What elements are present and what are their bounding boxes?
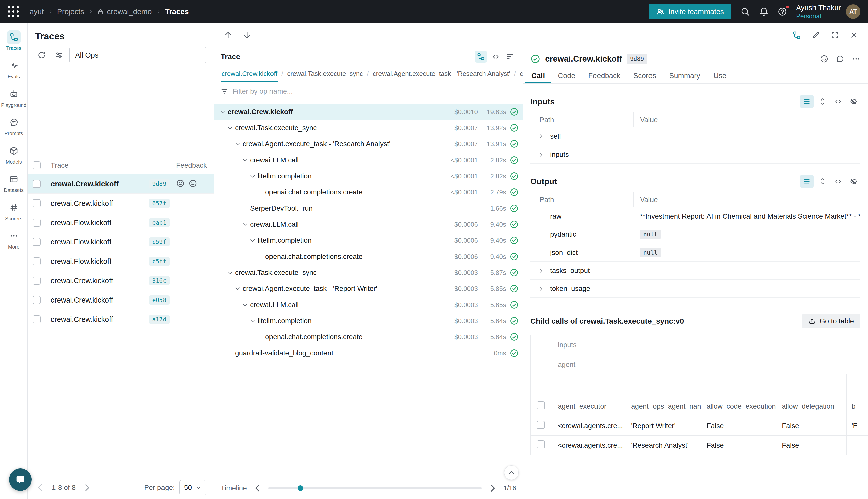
ops-filter-dropdown[interactable]: All Ops [69, 47, 206, 63]
add-reaction-button[interactable] [820, 54, 828, 63]
show-tree-panel-button[interactable] [790, 29, 803, 42]
table-row[interactable]: inputs [531, 145, 860, 163]
trace-path-tab[interactable]: crewai.Agent.execute_task - 'Research An… [372, 70, 511, 82]
next-call-button[interactable] [240, 29, 254, 42]
trace-path-tab[interactable]: crewai.Crew.kickoff [221, 70, 278, 82]
collapse-node-button[interactable] [218, 107, 227, 117]
collapse-node-button[interactable] [240, 219, 250, 229]
trace-tree-node[interactable]: crewai.Task.execute_sync$0.000713.92s [214, 120, 523, 136]
next-page-button[interactable] [82, 483, 92, 493]
trace-name[interactable]: crewai.Crew.kickoff [51, 296, 113, 304]
help-button[interactable] [778, 7, 787, 16]
expand-row-button[interactable] [535, 265, 546, 276]
collapse-node-button[interactable] [233, 284, 243, 294]
timeline-next-button[interactable] [487, 483, 498, 494]
trace-tree-node[interactable]: crewai.LLM.call$0.00035.85s [214, 297, 523, 313]
table-row[interactable]: self [531, 127, 860, 145]
row-checkbox[interactable] [33, 180, 41, 188]
trace-tree-node[interactable]: crewai.LLM.call$0.00069.40s [214, 216, 523, 232]
collapse-timeline-button[interactable] [504, 465, 519, 480]
timeline-slider[interactable] [269, 487, 482, 489]
trace-tree-node[interactable]: guardrail-validate_blog_content0ms [214, 345, 523, 361]
collapse-node-button[interactable] [225, 268, 235, 278]
support-chat-button[interactable] [9, 468, 32, 491]
breadcrumb-item[interactable]: ayut [30, 7, 44, 16]
overflow-menu-button[interactable] [852, 54, 860, 63]
trace-row[interactable]: crewai.Flow.kickoffeab1 [28, 213, 214, 232]
tab-call[interactable]: Call [525, 68, 551, 83]
trace-name[interactable]: crewai.Crew.kickoff [51, 199, 113, 208]
notifications-bell-icon[interactable] [759, 7, 769, 16]
row-checkbox[interactable] [33, 296, 41, 304]
table-row[interactable]: tasks_output [531, 261, 860, 280]
trace-name[interactable]: crewai.Crew.kickoff [51, 315, 113, 324]
flame-view-button[interactable] [504, 50, 516, 63]
row-checkbox[interactable] [33, 199, 41, 207]
row-checkbox[interactable] [537, 440, 545, 449]
trace-name[interactable]: crewai.Flow.kickoff [51, 238, 111, 246]
select-all-checkbox[interactable] [537, 401, 545, 409]
collapse-node-button[interactable] [225, 123, 235, 133]
trace-row[interactable]: crewai.Flow.kickoffc5ff [28, 252, 214, 271]
trace-row[interactable]: crewai.Crew.kickoff316c [28, 271, 214, 291]
trace-row[interactable]: crewai.Crew.kickoff657f [28, 194, 214, 213]
tab-summary[interactable]: Summary [662, 68, 707, 83]
row-checkbox[interactable] [33, 257, 41, 265]
trace-tree-node[interactable]: litellm.completion$0.00069.40s [214, 232, 523, 248]
tab-use[interactable]: Use [707, 68, 733, 83]
row-checkbox[interactable] [33, 315, 41, 324]
sidebar-item-datasets[interactable]: Datasets [0, 169, 27, 197]
trace-tree-node[interactable]: openai.chat.completions.create$0.00035.8… [214, 329, 523, 345]
trace-tree-node[interactable]: SerperDevTool._run1.66s [214, 200, 523, 216]
rows-view-button[interactable] [800, 95, 814, 108]
table-row[interactable]: token_usage [531, 280, 860, 298]
breadcrumb-item[interactable]: crewai_demo [97, 7, 152, 16]
row-checkbox[interactable] [537, 421, 545, 429]
child-call-row[interactable]: <crewai.agents.cre...'Report Writer'Fals… [531, 416, 868, 436]
wandb-logo[interactable] [8, 6, 19, 17]
trace-name[interactable]: crewai.Crew.kickoff [51, 180, 119, 188]
child-call-row[interactable]: <crewai.agents.cre...'Research Analyst'F… [531, 436, 868, 455]
code-view-button[interactable] [831, 175, 845, 188]
breadcrumb-item[interactable]: Projects [57, 7, 84, 16]
code-view-button[interactable] [489, 50, 501, 63]
trace-tree-node[interactable]: openai.chat.completions.create$0.00069.4… [214, 248, 523, 265]
trace-tree-node[interactable]: litellm.completion$0.00035.84s [214, 313, 523, 329]
prev-page-button[interactable] [35, 483, 45, 493]
trace-path-tab[interactable]: crewai.Task.execute_sync [286, 70, 364, 82]
negative-feedback-button[interactable] [189, 179, 198, 189]
hide-values-button[interactable] [847, 95, 860, 108]
row-checkbox[interactable] [33, 219, 41, 227]
expand-row-button[interactable] [535, 149, 546, 160]
trace-tree-node[interactable]: crewai.LLM.call<$0.00012.82s [214, 152, 523, 168]
collapse-node-button[interactable] [248, 171, 258, 181]
trace-name[interactable]: crewai.Crew.kickoff [51, 277, 113, 285]
sidebar-item-prompts[interactable]: Prompts [0, 112, 27, 140]
expand-row-button[interactable] [535, 283, 546, 294]
tab-scores[interactable]: Scores [627, 68, 662, 83]
avatar[interactable]: AT [846, 4, 860, 19]
search-icon[interactable] [741, 7, 750, 16]
edit-call-button[interactable] [809, 29, 822, 42]
collapse-node-button[interactable] [240, 300, 250, 310]
invite-teammates-button[interactable]: Invite teammates [649, 4, 731, 19]
trace-tree-node[interactable]: crewai.Crew.kickoff$0.001019.83s [214, 104, 523, 120]
timeline-prev-button[interactable] [252, 483, 263, 494]
trace-row[interactable]: crewai.Crew.kickoff9d89 [28, 174, 214, 194]
trace-name[interactable]: crewai.Flow.kickoff [51, 219, 111, 227]
sidebar-item-scorers[interactable]: Scorers [0, 197, 27, 226]
previous-call-button[interactable] [222, 29, 235, 42]
trace-tree-node[interactable]: crewai.Agent.execute_task - 'Report Writ… [214, 281, 523, 297]
sidebar-item-playground[interactable]: Playground [0, 83, 27, 112]
trace-tree-node[interactable]: crewai.Agent.execute_task - 'Research An… [214, 136, 523, 152]
fullscreen-button[interactable] [828, 29, 841, 42]
tab-code[interactable]: Code [551, 68, 582, 83]
add-comment-button[interactable] [836, 54, 844, 63]
trace-tree-node[interactable]: crewai.Task.execute_sync$0.00035.87s [214, 265, 523, 281]
trace-path-tab[interactable]: crewai.LLM.cal [519, 70, 523, 82]
call-id-badge[interactable]: 9d89 [627, 54, 647, 64]
sidebar-item-traces[interactable]: Traces [0, 27, 27, 55]
go-to-table-button[interactable]: Go to table [802, 314, 860, 328]
trace-row[interactable]: crewai.Crew.kickoffa17d [28, 310, 214, 329]
refresh-button[interactable] [35, 48, 48, 62]
